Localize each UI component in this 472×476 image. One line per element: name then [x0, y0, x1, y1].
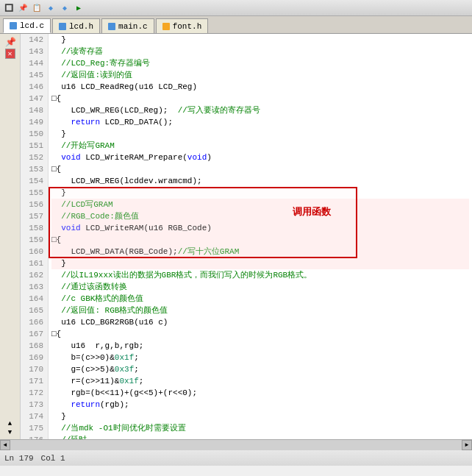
line-number: 164 — [24, 293, 43, 305]
code-line: //以IL19xxx读出的数据为GBR格式，而我们写入的时候为RGB格式。 — [51, 269, 469, 281]
line-number: 159 — [24, 234, 43, 246]
col-status: Col 1 — [41, 454, 65, 463]
code-line: void LCD_WriteRAM(u16 RGB_Code) — [51, 222, 469, 234]
line-number: 161 — [24, 257, 43, 269]
code-area: 1421431441451461471481491501511521531541… — [21, 34, 472, 439]
line-number: 143 — [24, 46, 43, 57]
code-line: //读寄存器 — [51, 46, 469, 57]
line-number: 169 — [24, 352, 43, 363]
line-number: 151 — [24, 140, 43, 152]
tab-label-3: font.h — [173, 22, 202, 31]
line-number: 158 — [24, 222, 43, 234]
line-number: 176 — [24, 434, 43, 439]
line-number: 152 — [24, 152, 43, 163]
line-number: 145 — [24, 69, 43, 81]
tab-label-0: lcd.c — [20, 21, 44, 30]
line-number: 171 — [24, 375, 43, 387]
toolbar-icon-2[interactable]: 📌 — [17, 2, 29, 14]
code-line: //返回值:读到的值 — [51, 69, 469, 81]
hscrollbar: ◄ ► — [0, 439, 472, 450]
code-line: } — [51, 257, 469, 269]
line-number: 165 — [24, 305, 43, 316]
title-bar: 🔲 📌 📋 ◆ ◆ ▶ — [0, 0, 472, 16]
file-tab-lcdc[interactable]: lcd.c — [3, 18, 51, 33]
title-bar-icons: 🔲 📌 📋 ◆ ◆ ▶ — [3, 2, 85, 14]
status-bar: Ln 179 Col 1 — [0, 450, 472, 466]
tab-icon-1 — [59, 23, 66, 30]
toolbar-icon-4[interactable]: ◆ — [45, 2, 57, 14]
code-line: b=(c>>0)&0x1f; — [51, 352, 469, 363]
line-numbers: 1421431441451461471481491501511521531541… — [21, 34, 49, 439]
line-number: 153 — [24, 163, 43, 175]
code-line: □{ — [51, 328, 469, 340]
line-number: 155 — [24, 187, 43, 199]
line-number: 175 — [24, 422, 43, 434]
code-line: //c GBK格式的颜色值 — [51, 293, 469, 305]
code-line: r=(c>>11)&0x1f; — [51, 375, 469, 387]
code-line: return LCD_RD_DATA(); — [51, 116, 469, 128]
line-number: 149 — [24, 116, 43, 128]
code-line: LCD_WR_REG(LCD_Reg); //写入要读的寄存器号 — [51, 104, 469, 116]
toolbar-icon-3[interactable]: 📋 — [31, 2, 43, 14]
code-line: //LCD_Reg:寄存器编号 — [51, 57, 469, 69]
code-line: } — [51, 128, 469, 140]
toolbar-icon-1[interactable]: 🔲 — [3, 2, 15, 14]
code-line: rgb=(b<<11)+(g<<5)+(r<<0); — [51, 387, 469, 399]
scroll-up-icon[interactable]: ▲ — [8, 420, 12, 427]
tab-icon-2 — [108, 23, 115, 30]
code-line: } — [51, 34, 469, 46]
code-line: g=(c>>5)&0x3f; — [51, 363, 469, 375]
code-line: //通过该函数转换 — [51, 281, 469, 293]
line-number: 147 — [24, 93, 43, 104]
annotation-label: 调用函数 — [293, 205, 331, 219]
code-line: //RGB_Code:颜色值 — [51, 210, 469, 222]
file-tab-lcdh[interactable]: lcd.h — [52, 18, 100, 33]
line-number: 142 — [24, 34, 43, 46]
code-line: return(rgb); — [51, 399, 469, 411]
line-number: 144 — [24, 57, 43, 69]
file-tab-fonth[interactable]: font.h — [156, 18, 209, 33]
code-line: //延时 — [51, 434, 469, 439]
line-number: 156 — [24, 199, 43, 210]
line-number: 157 — [24, 210, 43, 222]
tab-icon-3 — [162, 23, 170, 30]
pin-icon[interactable]: 📌 — [5, 37, 15, 47]
hscroll-left-btn[interactable]: ◄ — [0, 440, 10, 450]
hscroll-right-btn[interactable]: ► — [462, 440, 472, 450]
code-line: //LCD写GRAM — [51, 199, 469, 210]
code-line: u16 r,g,b,rgb; — [51, 340, 469, 352]
sidebar: 📌 ✕ ▲ ▼ — [0, 34, 21, 439]
ln-status: Ln 179 — [4, 454, 34, 463]
code-line: LCD_WR_REG(lcddev.wramcmd); — [51, 175, 469, 187]
line-number: 168 — [24, 340, 43, 352]
file-tab-mainc[interactable]: main.c — [101, 18, 154, 33]
line-number: 166 — [24, 316, 43, 328]
line-number: 148 — [24, 104, 43, 116]
code-line: //返回值: RGB格式的颜色值 — [51, 305, 469, 316]
toolbar-icon-6[interactable]: ▶ — [73, 2, 85, 14]
code-line: □{ — [51, 93, 469, 104]
line-number: 172 — [24, 387, 43, 399]
tab-label-1: lcd.h — [69, 22, 93, 31]
code-line: u16 LCD_BGR2RGB(u16 c) — [51, 316, 469, 328]
code-lines: } //读寄存器 //LCD_Reg:寄存器编号 //返回值:读到的值 u16 … — [49, 34, 472, 439]
code-line: void LCD_WriteRAM_Prepare(void) — [51, 152, 469, 163]
main-layout: 📌 ✕ ▲ ▼ 14214314414514614714814915015115… — [0, 34, 472, 439]
code-line: □{ — [51, 163, 469, 175]
line-number: 154 — [24, 175, 43, 187]
tab-icon-0 — [10, 22, 17, 29]
line-number: 146 — [24, 81, 43, 93]
code-line: //当mdk -O1时间优化时需要设置 — [51, 422, 469, 434]
code-line: } — [51, 411, 469, 422]
tab-label-2: main.c — [118, 22, 148, 31]
line-number: 162 — [24, 269, 43, 281]
code-line: //开始写GRAM — [51, 140, 469, 152]
toolbar-icon-5[interactable]: ◆ — [59, 2, 71, 14]
scroll-down-icon[interactable]: ▼ — [8, 429, 12, 436]
line-number: 163 — [24, 281, 43, 293]
code-line: u16 LCD_ReadReg(u16 LCD_Reg) — [51, 81, 469, 93]
code-line: } — [51, 187, 469, 199]
hscroll-track[interactable] — [10, 440, 462, 450]
close-icon[interactable]: ✕ — [5, 49, 15, 59]
line-number: 150 — [24, 128, 43, 140]
